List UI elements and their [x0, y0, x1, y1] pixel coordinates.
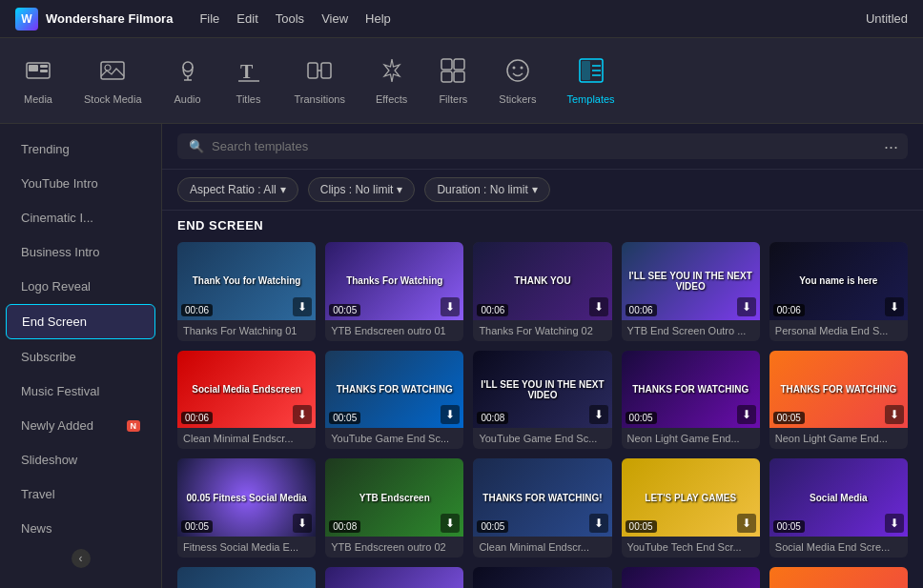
download-icon[interactable]: ⬇ [737, 297, 756, 316]
menu-file[interactable]: File [199, 11, 219, 26]
menu-view[interactable]: View [321, 11, 348, 26]
template-card-14[interactable]: LET'S PLAY GAMES 00:05 ⬇ YouTube Tech En… [622, 458, 760, 558]
download-icon[interactable]: ⬇ [293, 405, 312, 424]
sidebar-item-subscribe[interactable]: Subscribe [6, 340, 155, 374]
sidebar-item-newly-added[interactable]: Newly Added N [6, 409, 155, 442]
sidebar-item-trending[interactable]: Trending [6, 132, 155, 166]
template-card-18[interactable]: THANKS FOR WATCHING 00:05 ⬇ Thanks For W… [473, 567, 611, 588]
sidebar-item-travel[interactable]: Travel [6, 477, 155, 511]
download-icon[interactable]: ⬇ [441, 405, 460, 424]
new-badge: N [127, 420, 141, 432]
download-icon[interactable]: ⬇ [589, 514, 608, 533]
toolbar-filters[interactable]: Filters [424, 50, 482, 112]
template-card-11[interactable]: 00.05 Fitness Social Media 00:05 ⬇ Fitne… [177, 458, 316, 558]
toolbar-transitions[interactable]: Transitions [281, 50, 359, 112]
duration-badge: 00:05 [626, 520, 657, 533]
sidebar-item-slideshow[interactable]: Slideshow [6, 443, 155, 476]
templates-grid-area: END SCREEN Thank You for Watching 00:06 … [162, 211, 923, 588]
download-icon[interactable]: ⬇ [737, 405, 756, 424]
template-card-7[interactable]: THANKS FOR WATCHING 00:05 ⬇ YouTube Game… [325, 351, 463, 450]
template-card-1[interactable]: Thank You for Watching 00:06 ⬇ Thanks Fo… [177, 242, 316, 341]
template-card-20[interactable]: GAMING 00:05 ⬇ Gaming End Screen [769, 567, 908, 588]
download-icon[interactable]: ⬇ [885, 514, 904, 533]
template-name: YTB Endscreen outro 02 [325, 537, 463, 558]
template-card-10[interactable]: THANKS FOR WATCHING 00:05 ⬇ Neon Light G… [769, 351, 908, 450]
toolbar: Media Stock Media Audio T [0, 38, 923, 124]
svg-point-18 [512, 66, 515, 69]
template-name: Personal Media End S... [769, 320, 908, 341]
template-name: Thanks For Watching 01 [177, 320, 316, 341]
template-name: Social Media End Scre... [769, 537, 908, 558]
search-input[interactable] [212, 139, 896, 153]
toolbar-templates[interactable]: Templates [553, 50, 627, 112]
template-card-12[interactable]: YTB Endscreen 00:08 ⬇ YTB Endscreen outr… [325, 458, 463, 558]
effects-icon [379, 57, 405, 90]
toolbar-titles-label: Titles [236, 93, 261, 105]
toolbar-stock-media[interactable]: Stock Media [71, 50, 155, 112]
toolbar-audio[interactable]: Audio [159, 50, 216, 112]
filter-aspect-ratio[interactable]: Aspect Ratio : All ▾ [177, 177, 298, 202]
sidebar-item-music-festival[interactable]: Music Festival [6, 375, 155, 408]
toolbar-titles[interactable]: T Titles [220, 50, 277, 112]
sidebar: Trending YouTube Intro Cinematic I... Bu… [0, 124, 162, 588]
filter-duration[interactable]: Duration : No limit ▾ [424, 177, 549, 202]
stickers-icon [504, 57, 531, 90]
template-card-9[interactable]: THANKS FOR WATCHING 00:05 ⬇ Neon Light G… [622, 351, 760, 450]
download-icon[interactable]: ⬇ [589, 405, 608, 424]
sidebar-item-business-intro[interactable]: Business Intro [6, 235, 155, 269]
template-thumb: THANKS FOR WATCHING 00:05 ⬇ [325, 351, 463, 429]
download-icon[interactable]: ⬇ [885, 405, 904, 424]
download-icon[interactable]: ⬇ [885, 297, 904, 316]
template-thumb: THANKS FOR WATCHING 00:05 ⬇ [622, 351, 760, 429]
download-icon[interactable]: ⬇ [441, 514, 460, 533]
menu-tools[interactable]: Tools [276, 11, 304, 26]
template-card-17[interactable]: Thanks For watching 00:07 ⬇ Thanks For .… [325, 567, 463, 588]
chevron-down-icon: ▾ [280, 183, 286, 196]
svg-point-6 [183, 62, 193, 71]
svg-rect-21 [582, 61, 590, 80]
toolbar-media-label: Media [24, 93, 52, 105]
search-icon: 🔍 [189, 139, 204, 153]
menu-bar: File Edit Tools View Help [199, 11, 390, 26]
toolbar-stickers[interactable]: Stickers [485, 50, 549, 112]
duration-badge: 00:05 [773, 412, 805, 424]
duration-badge: 00:05 [181, 520, 213, 533]
toolbar-effects[interactable]: Effects [362, 50, 420, 112]
template-name: Clean Minimal Endscr... [473, 537, 611, 558]
menu-help[interactable]: Help [365, 11, 391, 26]
stock-media-icon [99, 57, 126, 90]
template-name: YouTube Game End Sc... [325, 428, 463, 449]
media-icon [25, 57, 51, 90]
sidebar-collapse-btn[interactable]: ‹ [72, 549, 91, 568]
toolbar-media[interactable]: Media [10, 50, 67, 112]
download-icon[interactable]: ⬇ [441, 297, 460, 316]
menu-edit[interactable]: Edit [236, 11, 257, 26]
template-card-19[interactable]: TRENDY GAMING ENDSCREEN 00:05 ⬇ Trendy G… [622, 567, 760, 588]
duration-badge: 00:08 [329, 520, 360, 533]
template-thumb: LET'S PLAY GAMES 00:05 ⬇ [622, 458, 760, 537]
template-card-15[interactable]: Social Media 00:05 ⬇ Social Media End Sc… [769, 458, 908, 558]
sidebar-item-logo-reveal[interactable]: Logo Reveal [6, 270, 155, 303]
template-card-13[interactable]: THANKS FOR WATCHING! 00:05 ⬇ Clean Minim… [473, 458, 611, 558]
template-card-8[interactable]: I'LL SEE YOU IN THE NEXT VIDEO 00:08 ⬇ Y… [473, 351, 611, 450]
template-card-16[interactable]: THANKS FOR WATCHING 00:06 ⬇ Thanks For W… [177, 567, 316, 588]
download-icon[interactable]: ⬇ [737, 514, 756, 533]
sidebar-item-cinematic[interactable]: Cinematic I... [6, 201, 155, 234]
more-options-btn[interactable]: ··· [884, 136, 898, 156]
template-card-5[interactable]: You name is here 00:06 ⬇ Personal Media … [769, 242, 908, 341]
download-icon[interactable]: ⬇ [589, 297, 608, 316]
download-icon[interactable]: ⬇ [293, 514, 312, 533]
thumb-text: Thanks For Watching [342, 272, 446, 290]
filter-clips[interactable]: Clips : No limit ▾ [308, 177, 416, 202]
template-card-6[interactable]: Social Media Endscreen 00:06 ⬇ Clean Min… [177, 351, 316, 450]
template-card-2[interactable]: Thanks For Watching 00:05 ⬇ YTB Endscree… [325, 242, 463, 341]
thumb-text: THANK YOU [510, 272, 574, 290]
sidebar-item-youtube-intro[interactable]: YouTube Intro [6, 167, 155, 200]
svg-point-19 [520, 66, 523, 69]
sidebar-item-end-screen[interactable]: End Screen [6, 304, 155, 339]
template-name: YTB End Screen Outro ... [622, 320, 760, 341]
template-card-4[interactable]: I'LL SEE YOU IN THE NEXT VIDEO 00:06 ⬇ Y… [622, 242, 760, 341]
sidebar-item-news[interactable]: News [6, 512, 155, 545]
download-icon[interactable]: ⬇ [293, 297, 312, 316]
template-card-3[interactable]: THANK YOU 00:06 ⬇ Thanks For Watching 02 [473, 242, 611, 341]
